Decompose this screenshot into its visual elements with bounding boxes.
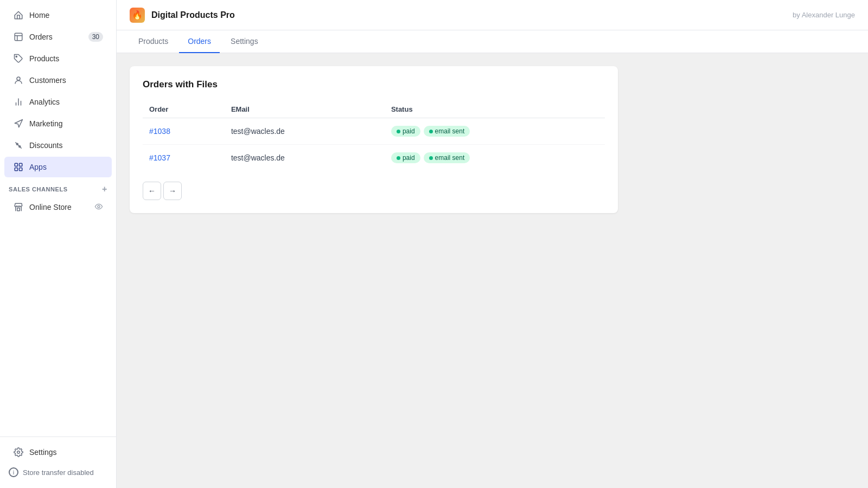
sidebar-item-home[interactable]: Home <box>4 5 112 25</box>
order-link[interactable]: #1037 <box>149 153 170 162</box>
app-icon: 🔥 <box>130 8 145 23</box>
tabs-bar: Products Orders Settings <box>117 30 868 53</box>
sidebar-label-analytics: Analytics <box>29 98 103 106</box>
topbar: 🔥 Digital Products Pro by Alexander Lung… <box>117 0 868 30</box>
sidebar-label-discounts: Discounts <box>29 141 103 150</box>
tab-orders[interactable]: Orders <box>179 30 220 53</box>
status-cell: paidemail sent <box>385 145 605 171</box>
status-dot <box>397 130 400 133</box>
table-row: #1037test@wacles.depaidemail sent <box>143 145 605 171</box>
customers-icon <box>13 75 24 86</box>
status-dot <box>397 156 400 160</box>
email-cell: test@wacles.de <box>225 118 385 145</box>
settings-icon <box>13 447 24 458</box>
sidebar: Home Orders 30 Products Customers Analyt… <box>0 0 117 488</box>
status-badge: email sent <box>424 126 470 137</box>
orders-icon <box>13 31 24 42</box>
col-status: Status <box>385 101 605 118</box>
pagination: ← → <box>143 182 605 200</box>
svg-point-10 <box>98 206 100 208</box>
sidebar-bottom: Settings i Store transfer disabled <box>0 436 116 488</box>
sidebar-item-products[interactable]: Products <box>4 48 112 69</box>
status-badge: email sent <box>424 152 470 163</box>
sidebar-item-orders[interactable]: Orders 30 <box>4 27 112 47</box>
svg-point-1 <box>16 56 17 57</box>
sidebar-label-apps: Apps <box>29 163 103 171</box>
add-sales-channel-icon[interactable]: + <box>102 184 107 194</box>
email-cell: test@wacles.de <box>225 145 385 171</box>
sidebar-label-online-store: Online Store <box>29 203 89 211</box>
store-visibility-icon[interactable] <box>94 202 103 213</box>
marketing-icon <box>13 118 24 129</box>
sidebar-label-settings: Settings <box>29 448 103 457</box>
info-icon: i <box>9 467 18 477</box>
status-cell: paidemail sent <box>385 118 605 145</box>
sidebar-label-orders: Orders <box>29 33 83 41</box>
col-email: EMail <box>225 101 385 118</box>
content-area: Orders with Files Order EMail Status #10… <box>117 53 868 488</box>
analytics-icon <box>13 97 24 107</box>
svg-rect-6 <box>20 163 22 166</box>
discounts-icon <box>13 140 24 151</box>
sidebar-item-marketing[interactable]: Marketing <box>4 113 112 134</box>
tab-products[interactable]: Products <box>130 30 177 53</box>
status-dot <box>429 130 433 133</box>
status-badge: paid <box>391 152 420 163</box>
products-icon <box>13 53 24 64</box>
sidebar-item-online-store[interactable]: Online Store <box>4 197 112 217</box>
svg-rect-5 <box>15 163 17 166</box>
sidebar-label-products: Products <box>29 54 103 63</box>
sidebar-label-customers: Customers <box>29 76 103 85</box>
col-order: Order <box>143 101 225 118</box>
orders-badge: 30 <box>88 32 103 42</box>
orders-with-files-card: Orders with Files Order EMail Status #10… <box>130 66 618 213</box>
sidebar-label-home: Home <box>29 11 103 20</box>
apps-icon <box>13 162 24 172</box>
next-page-button[interactable]: → <box>163 182 182 200</box>
sales-channels-section: SALES CHANNELS + <box>0 178 116 196</box>
home-icon <box>13 10 24 21</box>
sidebar-label-marketing: Marketing <box>29 119 103 128</box>
svg-rect-0 <box>15 33 22 41</box>
app-title: Digital Products Pro <box>151 10 235 20</box>
order-cell: #1037 <box>143 145 225 171</box>
order-link[interactable]: #1038 <box>149 127 170 136</box>
svg-rect-8 <box>20 168 22 171</box>
tab-settings[interactable]: Settings <box>222 30 267 53</box>
topbar-author: by Alexander Lunge <box>793 11 855 19</box>
status-badge: paid <box>391 126 420 137</box>
svg-rect-7 <box>15 168 17 171</box>
sidebar-item-discounts[interactable]: Discounts <box>4 135 112 156</box>
store-transfer-status: i Store transfer disabled <box>0 463 116 481</box>
prev-page-button[interactable]: ← <box>143 182 161 200</box>
store-icon <box>13 202 24 213</box>
svg-rect-9 <box>17 208 20 211</box>
sidebar-item-customers[interactable]: Customers <box>4 70 112 91</box>
orders-table: Order EMail Status #1038test@wacles.depa… <box>143 101 605 171</box>
svg-point-11 <box>17 451 20 454</box>
sidebar-item-apps[interactable]: Apps <box>4 157 112 177</box>
order-cell: #1038 <box>143 118 225 145</box>
svg-point-2 <box>17 77 20 80</box>
sidebar-item-analytics[interactable]: Analytics <box>4 92 112 112</box>
sidebar-item-settings[interactable]: Settings <box>4 442 112 463</box>
main-content: 🔥 Digital Products Pro by Alexander Lung… <box>117 0 868 488</box>
status-dot <box>429 156 433 160</box>
table-row: #1038test@wacles.depaidemail sent <box>143 118 605 145</box>
card-title: Orders with Files <box>143 79 605 90</box>
